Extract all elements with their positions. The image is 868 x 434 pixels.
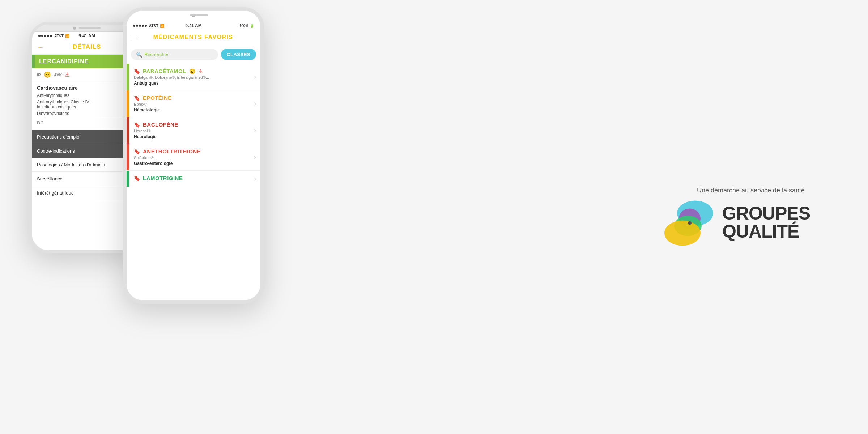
med-category: Gastro-entérologie [134,161,250,166]
bookmark-icon: 🔖 [134,149,140,154]
menu-contre-indications-label: Contre-indications [37,148,75,154]
classes-button[interactable]: CLASSES [221,49,256,60]
tag-ir: IR [37,73,41,77]
list-item[interactable]: 🔖 ANÉTHOLTRITHIONE Sulfarlem® Gastro-ent… [127,144,260,171]
tag-avk: AVK [54,73,62,77]
bookmark-icon: 🔖 [134,175,140,181]
chevron-right-icon: › [254,117,260,144]
logo-svg [661,197,719,248]
bookmark-icon: 🔖 [134,122,140,128]
menu-geriatrique-label: Intérêt gériatrique [37,190,74,196]
hamburger-icon[interactable]: ☰ [132,33,138,41]
med-content: 🔖 LAMOTRIGINE [129,171,254,187]
med-brands: Dafalgan®, Doliprane®, Efferalganmed®... [134,75,250,80]
search-input-wrap[interactable]: 🔍 Rechercher [131,49,218,60]
wifi-icon-front: 📶 [160,24,164,28]
color-indicator [127,144,129,170]
time-back: 9:41 AM [78,33,95,38]
med-name-row: 🔖 EPOTÉINE [134,95,250,101]
time-front: 9:41 AM [185,23,202,28]
med-name-row: 🔖 ANÉTHOLTRITHIONE [134,148,250,154]
med-warning-icon: ⚠ [198,68,203,74]
color-indicator [127,64,129,90]
logo-text-block: GROUPES QUALITÉ [722,204,810,241]
carrier-front: AT&T [149,24,158,28]
svg-point-3 [664,221,701,246]
med-category: Hématologie [134,107,250,112]
med-emoji: 😟 [189,68,195,74]
fav-title: MÉDICAMENTS FAVORIS [142,34,244,41]
signal-area: AT&T 📶 [38,34,69,38]
list-item[interactable]: 🔖 EPOTÉINE Eprex® Hématologie › [127,90,260,117]
med-name-row: 🔖 BACLOFÈNE [134,122,250,128]
med-brands: Lioresal® [134,129,250,133]
menu-posologies-label: Posologies / Modalités d'adminis [37,162,105,167]
med-content: 🔖 ANÉTHOLTRITHIONE Sulfarlem® Gastro-ent… [129,144,254,170]
logo-brand-line2: QUALITÉ [722,222,810,241]
menu-precautions-label: Précautions d'emploi [37,134,80,140]
chevron-right-icon: › [254,171,260,187]
back-arrow-icon[interactable]: ← [37,43,44,51]
front-notch [127,11,260,22]
search-bar: 🔍 Rechercher CLASSES [127,45,260,64]
fav-header: ☰ MÉDICAMENTS FAVORIS [127,30,260,45]
status-bar-front: AT&T 📶 9:41 AM 100% 🔋 [127,22,260,30]
tag-warning-icon: ⚠ [65,71,70,78]
bookmark-icon: 🔖 [134,68,140,74]
color-indicator [127,90,129,117]
speaker-bar [79,27,101,29]
med-content: 🔖 PARACÉTAMOL 😟 ⚠ Dafalgan®, Doliprane®,… [129,64,254,90]
med-category: Antalgiques [134,81,250,86]
phone-shell-front: AT&T 📶 9:41 AM 100% 🔋 ☰ MÉDICAMENTS FAVO… [123,7,264,304]
med-name: ANÉTHOLTRITHIONE [143,148,201,154]
logo-brand-line1: GROUPES [722,204,810,222]
med-category: Neurologie [134,134,250,139]
drug-name: LERCANIDIPINE [39,58,89,65]
med-name: LAMOTRIGINE [143,175,183,181]
wifi-icon-back: 📶 [65,34,69,38]
med-name-row: 🔖 PARACÉTAMOL 😟 ⚠ [134,68,250,74]
med-content: 🔖 BACLOFÈNE Lioresal® Neurologie [129,117,254,144]
color-indicator [127,117,129,144]
medication-list: 🔖 PARACÉTAMOL 😟 ⚠ Dafalgan®, Doliprane®,… [127,64,260,187]
menu-surveillance-label: Surveillance [37,176,63,182]
med-name: EPOTÉINE [143,95,172,101]
med-content: 🔖 EPOTÉINE Eprex® Hématologie [129,90,254,117]
signal-area-front: AT&T 📶 [133,24,164,28]
logo-area: Une démarche au service de la santé GROU… [661,187,810,248]
svg-point-4 [688,221,692,225]
list-item[interactable]: 🔖 PARACÉTAMOL 😟 ⚠ Dafalgan®, Doliprane®,… [127,64,260,90]
front-phone: AT&T 📶 9:41 AM 100% 🔋 ☰ MÉDICAMENTS FAVO… [123,7,264,304]
chevron-right-icon: › [254,90,260,117]
battery-front: 100% 🔋 [239,24,254,28]
chevron-right-icon: › [254,144,260,170]
list-item[interactable]: 🔖 LAMOTRIGINE › [127,171,260,187]
camera-dot [73,27,76,30]
bookmark-icon: 🔖 [134,95,140,101]
tag-emoji: 😟 [44,71,51,78]
med-name: BACLOFÈNE [143,122,178,128]
carrier-back: AT&T [54,34,64,38]
search-icon: 🔍 [136,52,142,58]
details-title: DÉTAILS [73,43,101,51]
med-name-row: 🔖 LAMOTRIGINE [134,175,250,181]
med-name: PARACÉTAMOL [143,68,186,74]
search-placeholder: Rechercher [144,52,169,57]
list-item[interactable]: 🔖 BACLOFÈNE Lioresal® Neurologie › [127,117,260,144]
med-brands: Sulfarlem® [134,156,250,160]
screen-front: ☰ MÉDICAMENTS FAVORIS 🔍 Rechercher CLASS… [127,30,260,187]
color-indicator [127,171,129,187]
logo-main: GROUPES QUALITÉ [661,197,810,248]
med-brands: Eprex® [134,102,250,106]
chevron-right-icon: › [254,64,260,90]
logo-tagline: Une démarche au service de la santé [697,187,805,194]
front-speaker [190,14,208,16]
